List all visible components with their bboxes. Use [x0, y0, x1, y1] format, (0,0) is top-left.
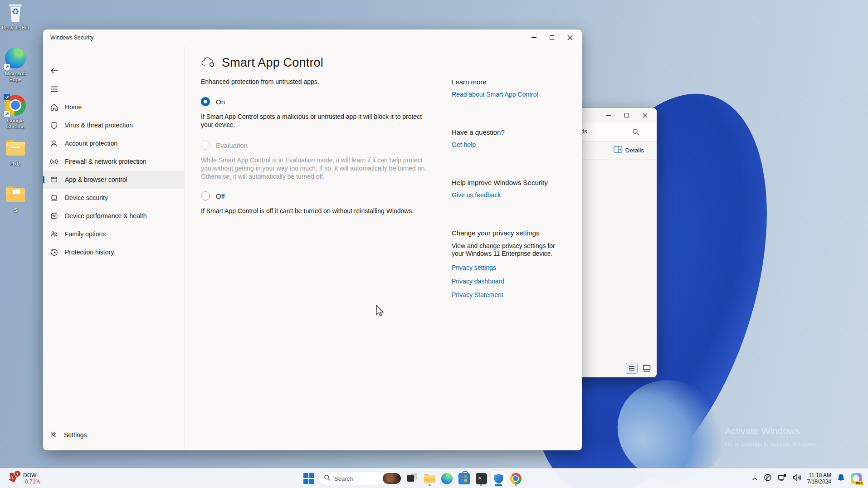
shortcut-arrow-icon — [4, 111, 10, 117]
radio-off-label: Off — [216, 192, 225, 200]
firewall-icon — [49, 157, 59, 166]
task-view-button[interactable] — [405, 471, 420, 486]
widgets-change: -0.71% — [23, 478, 40, 485]
tray-clock[interactable]: 11:18 AM 7/18/2024 — [807, 472, 831, 485]
sidebar-item-device-security[interactable]: Device security — [43, 189, 184, 207]
radio-evaluation-label: Evaluation — [216, 142, 248, 149]
family-icon — [49, 229, 59, 239]
minimize-button[interactable] — [525, 32, 543, 44]
widgets-badge: 1 — [14, 470, 21, 477]
no-internet-icon[interactable] — [764, 473, 772, 483]
health-icon — [49, 211, 59, 220]
link-read-about-smart-app-control[interactable]: Read about Smart App Control — [452, 91, 538, 98]
details-button[interactable]: Details — [625, 147, 644, 154]
activate-windows-watermark: Activate Windows Go to Settings to activ… — [725, 425, 818, 447]
microsoft-store-taskbar-button[interactable] — [456, 471, 472, 486]
explorer-minimize-button[interactable] — [600, 109, 618, 121]
option-evaluation: Evaluation — [201, 141, 437, 150]
close-button[interactable] — [561, 32, 579, 44]
sidebar-item-firewall-network[interactable]: Firewall & network protection — [43, 152, 184, 171]
sidebar-item-family-options[interactable]: Family options — [43, 225, 184, 243]
hamburger-menu-icon[interactable] — [47, 82, 61, 96]
option-on[interactable]: On — [201, 97, 437, 106]
system-tray: 11:18 AM 7/18/2024 PRE — [752, 468, 868, 488]
desktop-icon-google-chrome[interactable]: Google Chrome — [0, 94, 31, 130]
shortcut-arrow-icon — [4, 64, 10, 70]
sidebar-item-protection-history[interactable]: Protection history — [43, 243, 184, 261]
security-titlebar[interactable]: Windows Security — [43, 29, 582, 46]
link-get-help[interactable]: Get help — [452, 141, 476, 148]
sidebar-item-account-protection[interactable]: Account protection — [43, 134, 184, 152]
link-privacy-settings[interactable]: Privacy settings — [452, 264, 496, 271]
aside-heading-learn-more: Learn more — [452, 78, 559, 86]
aside-heading-have-a-question: Have a question? — [452, 128, 559, 136]
explorer-close-button[interactable] — [636, 109, 654, 121]
sidebar-item-app-browser-control[interactable]: App & browser control — [43, 171, 184, 189]
desktop-icon-label: Recycle Bin — [0, 25, 31, 31]
person-icon — [49, 139, 59, 148]
explorer-maximize-button[interactable] — [618, 109, 636, 121]
sidebar-item-label: Settings — [64, 431, 87, 439]
maximize-button[interactable] — [543, 32, 561, 44]
edge-taskbar-button[interactable] — [439, 471, 454, 486]
radio-off[interactable] — [201, 191, 210, 200]
search-placeholder: Search — [334, 475, 379, 482]
volume-icon[interactable] — [793, 474, 801, 483]
sidebar-item-label: Protection history — [65, 249, 114, 256]
option-on-description: If Smart App Control spots a malicious o… — [201, 112, 430, 129]
privacy-description: View and change privacy settings for you… — [452, 242, 559, 258]
radio-on[interactable] — [201, 97, 210, 106]
desktop-icon-label: S — [0, 207, 31, 213]
store-icon — [458, 473, 470, 484]
desktop-icon-microsoft-edge[interactable]: Microsoft Edge — [0, 47, 31, 83]
link-privacy-dashboard[interactable]: Privacy dashboard — [452, 278, 504, 285]
taskbar-search-box[interactable]: Search — [318, 472, 403, 485]
ethernet-icon[interactable] — [778, 473, 787, 483]
copilot-icon[interactable]: PRE — [851, 473, 862, 484]
back-button[interactable] — [47, 63, 61, 78]
search-icon[interactable] — [632, 128, 639, 137]
bing-daily-image[interactable] — [383, 473, 401, 484]
recycle-bin-icon: ♻ — [5, 2, 26, 24]
folder-icon — [424, 473, 435, 483]
taskbar: 1 DOW -0.71% Search — [0, 468, 868, 488]
link-give-us-feedback[interactable]: Give us feedback — [452, 191, 501, 199]
tray-overflow-chevron-icon[interactable] — [752, 474, 758, 483]
window-title: Windows Security — [50, 34, 525, 41]
sidebar-item-device-performance-health[interactable]: Device performance & health — [43, 207, 184, 225]
sidebar-nav: Home Virus & threat protection Account p… — [43, 98, 184, 261]
watermark-line1: Activate Windows — [725, 425, 818, 436]
aside-heading-privacy: Change your privacy settings — [452, 229, 559, 237]
desktop-icon-recycle-bin[interactable]: ♻ Recycle Bin — [0, 2, 31, 31]
desktop-icon-label: Google Chrome — [0, 118, 31, 130]
option-off[interactable]: Off — [201, 191, 437, 200]
app-window-icon — [49, 175, 59, 184]
watermark-line2: Go to Settings to activate Windows. — [725, 440, 818, 447]
thumbnail-view-toggle[interactable] — [641, 363, 652, 374]
link-privacy-statement[interactable]: Privacy Statement — [452, 291, 503, 298]
widgets-button[interactable]: 1 DOW -0.71% — [4, 468, 43, 488]
option-evaluation-description: While Smart App Control is in Evaluation… — [201, 156, 430, 181]
details-pane-icon — [614, 146, 622, 155]
folder-icon — [5, 138, 26, 160]
search-icon — [324, 474, 331, 483]
terminal-taskbar-button[interactable]: >_ — [473, 471, 489, 486]
gear-icon — [49, 430, 58, 440]
sidebar-item-home[interactable]: Home — [43, 98, 184, 116]
desktop-icon-s-folder[interactable]: S — [0, 184, 31, 213]
list-view-toggle[interactable] — [626, 363, 638, 374]
windows-security-taskbar-button[interactable] — [491, 471, 506, 486]
edge-icon — [441, 473, 453, 484]
start-button[interactable] — [301, 471, 317, 486]
file-explorer-taskbar-button[interactable] — [422, 471, 437, 486]
chrome-icon — [5, 95, 26, 117]
sidebar-item-settings[interactable]: Settings — [43, 426, 184, 444]
sidebar-item-label: Virus & threat protection — [65, 122, 133, 129]
notification-bell-icon[interactable] — [837, 473, 845, 484]
security-sidebar: Home Virus & threat protection Account p… — [43, 46, 185, 450]
desktop-icon-hxd-folder[interactable]: HxD — [0, 138, 31, 167]
page-title: Smart App Control — [222, 56, 323, 70]
chrome-taskbar-button[interactable] — [508, 471, 523, 486]
sidebar-item-virus-threat-protection[interactable]: Virus & threat protection — [43, 116, 184, 134]
history-icon — [49, 248, 59, 257]
